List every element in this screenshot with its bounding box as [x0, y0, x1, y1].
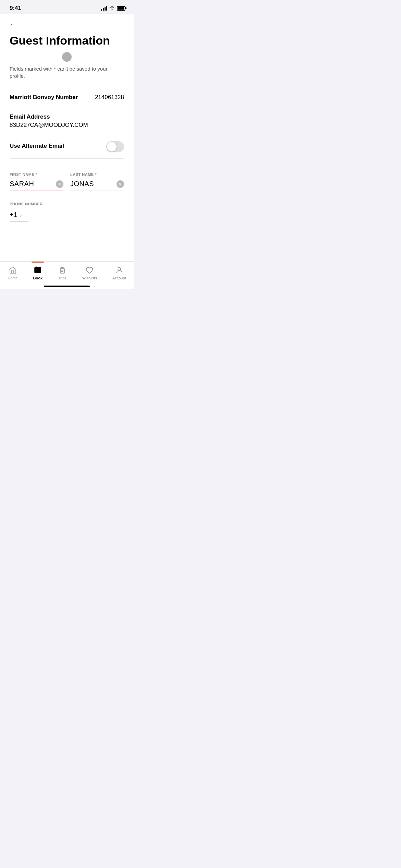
book-icon — [33, 266, 42, 275]
home-indicator — [0, 283, 134, 289]
scroll-indicator — [10, 52, 124, 62]
section-gap — [10, 159, 124, 170]
battery-icon — [117, 6, 125, 11]
home-bar — [44, 286, 90, 287]
bonvoy-label: Marriott Bonvoy Number — [10, 94, 78, 101]
status-icons — [101, 5, 125, 11]
bottom-spacer — [10, 222, 124, 230]
bottom-nav: Home Book Trips Wishlis — [0, 261, 134, 283]
first-name-field[interactable]: SARAH — [10, 180, 63, 191]
toggle-knob — [107, 142, 117, 152]
svg-point-6 — [118, 267, 121, 270]
first-name-label: FIRST NAME * — [10, 172, 63, 177]
wifi-icon — [109, 5, 115, 11]
email-row: Email Address 83D227CA@MOODJOY.COM — [10, 107, 124, 135]
account-label: Account — [112, 276, 126, 280]
alternate-email-label: Use Alternate Email — [10, 143, 64, 149]
status-bar: 9:41 — [0, 0, 134, 14]
svg-rect-4 — [35, 267, 41, 273]
nav-trips[interactable]: Trips — [54, 264, 71, 283]
alternate-email-toggle[interactable] — [106, 141, 124, 152]
last-name-clear-button[interactable] — [117, 180, 124, 188]
main-content: ← Guest Information Fields marked with *… — [0, 14, 134, 261]
home-label: Home — [8, 276, 17, 280]
svg-rect-5 — [60, 268, 64, 273]
alternate-email-row: Use Alternate Email — [10, 135, 124, 159]
signal-icon — [101, 6, 107, 11]
subtitle: Fields marked with * can't be saved to y… — [10, 65, 124, 80]
nav-account[interactable]: Account — [108, 264, 130, 283]
page-title: Guest Information — [10, 34, 124, 47]
scroll-dot — [62, 52, 72, 62]
email-value: 83D227CA@MOODJOY.COM — [10, 122, 124, 129]
bonvoy-row: Marriott Bonvoy Number 214061328 — [10, 88, 124, 107]
last-name-label: LAST NAME * — [70, 172, 124, 177]
book-label: Book — [33, 276, 43, 280]
phone-section: PHONE NUMBER +1 ⌄ — [10, 202, 124, 222]
bonvoy-value: 214061328 — [95, 94, 124, 101]
first-name-group: FIRST NAME * SARAH — [10, 172, 63, 191]
last-name-field[interactable]: JONAS — [70, 180, 124, 191]
last-name-value: JONAS — [70, 180, 117, 188]
first-name-clear-button[interactable] — [56, 180, 63, 188]
back-arrow-icon: ← — [10, 20, 16, 28]
phone-label: PHONE NUMBER — [10, 202, 124, 206]
nav-book[interactable]: Book — [29, 264, 47, 283]
email-label: Email Address — [10, 113, 124, 120]
home-icon — [8, 266, 17, 275]
wishlists-label: Wishlists — [82, 276, 97, 280]
last-name-group: LAST NAME * JONAS — [70, 172, 124, 191]
phone-country-selector[interactable]: +1 ⌄ — [10, 211, 28, 222]
nav-home[interactable]: Home — [3, 264, 22, 283]
status-time: 9:41 — [10, 5, 21, 12]
account-icon — [115, 266, 124, 275]
trips-icon — [58, 266, 67, 275]
back-button[interactable]: ← — [10, 14, 124, 31]
nav-wishlists[interactable]: Wishlists — [78, 264, 101, 283]
trips-label: Trips — [58, 276, 66, 280]
first-name-value: SARAH — [10, 180, 56, 188]
phone-row: +1 ⌄ — [10, 211, 124, 222]
wishlists-icon — [85, 266, 94, 275]
name-fields: FIRST NAME * SARAH LAST NAME * JONAS — [10, 172, 124, 191]
phone-country-code: +1 — [10, 211, 17, 219]
phone-chevron-icon: ⌄ — [19, 212, 23, 218]
